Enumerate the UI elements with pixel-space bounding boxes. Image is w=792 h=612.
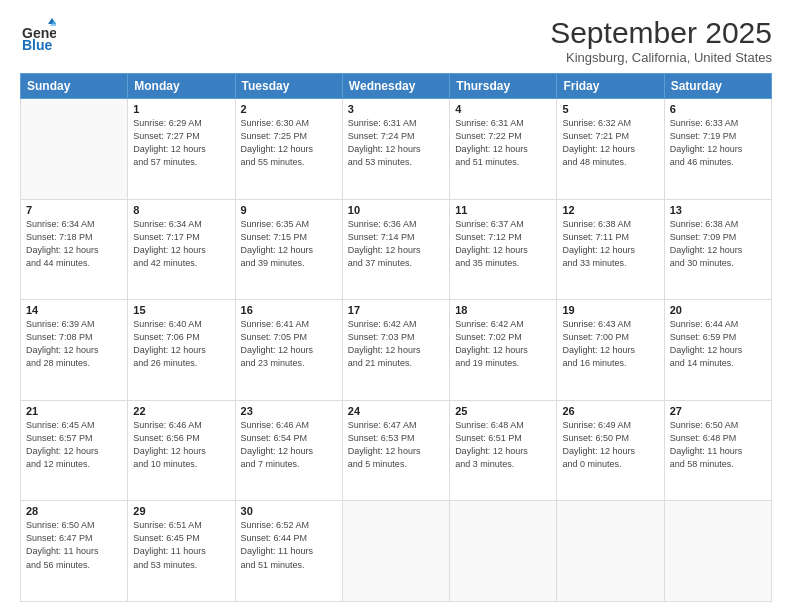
header: General Blue September 2025 Kingsburg, C… [20, 16, 772, 65]
col-tuesday: Tuesday [235, 74, 342, 99]
calendar-cell-w3-d3: 16Sunrise: 6:41 AM Sunset: 7:05 PM Dayli… [235, 300, 342, 401]
calendar-header-row: Sunday Monday Tuesday Wednesday Thursday… [21, 74, 772, 99]
calendar-cell-w1-d1 [21, 99, 128, 200]
week-row-3: 14Sunrise: 6:39 AM Sunset: 7:08 PM Dayli… [21, 300, 772, 401]
calendar-cell-w4-d4: 24Sunrise: 6:47 AM Sunset: 6:53 PM Dayli… [342, 400, 449, 501]
day-info: Sunrise: 6:49 AM Sunset: 6:50 PM Dayligh… [562, 419, 658, 471]
day-number: 22 [133, 405, 229, 417]
day-number: 21 [26, 405, 122, 417]
day-number: 9 [241, 204, 337, 216]
week-row-5: 28Sunrise: 6:50 AM Sunset: 6:47 PM Dayli… [21, 501, 772, 602]
col-saturday: Saturday [664, 74, 771, 99]
calendar-cell-w2-d4: 10Sunrise: 6:36 AM Sunset: 7:14 PM Dayli… [342, 199, 449, 300]
day-number: 27 [670, 405, 766, 417]
calendar-cell-w5-d6 [557, 501, 664, 602]
calendar-cell-w4-d1: 21Sunrise: 6:45 AM Sunset: 6:57 PM Dayli… [21, 400, 128, 501]
day-number: 23 [241, 405, 337, 417]
week-row-1: 1Sunrise: 6:29 AM Sunset: 7:27 PM Daylig… [21, 99, 772, 200]
calendar-cell-w5-d5 [450, 501, 557, 602]
day-number: 15 [133, 304, 229, 316]
calendar-cell-w1-d5: 4Sunrise: 6:31 AM Sunset: 7:22 PM Daylig… [450, 99, 557, 200]
day-info: Sunrise: 6:39 AM Sunset: 7:08 PM Dayligh… [26, 318, 122, 370]
day-info: Sunrise: 6:46 AM Sunset: 6:54 PM Dayligh… [241, 419, 337, 471]
day-number: 5 [562, 103, 658, 115]
calendar-cell-w2-d3: 9Sunrise: 6:35 AM Sunset: 7:15 PM Daylig… [235, 199, 342, 300]
calendar-cell-w4-d6: 26Sunrise: 6:49 AM Sunset: 6:50 PM Dayli… [557, 400, 664, 501]
day-number: 28 [26, 505, 122, 517]
day-info: Sunrise: 6:52 AM Sunset: 6:44 PM Dayligh… [241, 519, 337, 571]
logo: General Blue [20, 16, 56, 52]
day-number: 29 [133, 505, 229, 517]
day-info: Sunrise: 6:34 AM Sunset: 7:18 PM Dayligh… [26, 218, 122, 270]
calendar-cell-w3-d5: 18Sunrise: 6:42 AM Sunset: 7:02 PM Dayli… [450, 300, 557, 401]
calendar-cell-w4-d2: 22Sunrise: 6:46 AM Sunset: 6:56 PM Dayli… [128, 400, 235, 501]
day-number: 6 [670, 103, 766, 115]
day-number: 2 [241, 103, 337, 115]
calendar-cell-w4-d7: 27Sunrise: 6:50 AM Sunset: 6:48 PM Dayli… [664, 400, 771, 501]
month-title: September 2025 [550, 16, 772, 50]
day-info: Sunrise: 6:34 AM Sunset: 7:17 PM Dayligh… [133, 218, 229, 270]
calendar-cell-w2-d1: 7Sunrise: 6:34 AM Sunset: 7:18 PM Daylig… [21, 199, 128, 300]
day-number: 25 [455, 405, 551, 417]
day-info: Sunrise: 6:41 AM Sunset: 7:05 PM Dayligh… [241, 318, 337, 370]
title-block: September 2025 Kingsburg, California, Un… [550, 16, 772, 65]
day-number: 14 [26, 304, 122, 316]
calendar-table: Sunday Monday Tuesday Wednesday Thursday… [20, 73, 772, 602]
calendar-cell-w2-d2: 8Sunrise: 6:34 AM Sunset: 7:17 PM Daylig… [128, 199, 235, 300]
day-number: 17 [348, 304, 444, 316]
svg-text:Blue: Blue [22, 37, 53, 52]
day-info: Sunrise: 6:35 AM Sunset: 7:15 PM Dayligh… [241, 218, 337, 270]
day-info: Sunrise: 6:44 AM Sunset: 6:59 PM Dayligh… [670, 318, 766, 370]
day-info: Sunrise: 6:32 AM Sunset: 7:21 PM Dayligh… [562, 117, 658, 169]
col-thursday: Thursday [450, 74, 557, 99]
col-sunday: Sunday [21, 74, 128, 99]
day-info: Sunrise: 6:29 AM Sunset: 7:27 PM Dayligh… [133, 117, 229, 169]
calendar-cell-w2-d7: 13Sunrise: 6:38 AM Sunset: 7:09 PM Dayli… [664, 199, 771, 300]
day-info: Sunrise: 6:45 AM Sunset: 6:57 PM Dayligh… [26, 419, 122, 471]
location: Kingsburg, California, United States [550, 50, 772, 65]
day-number: 18 [455, 304, 551, 316]
day-info: Sunrise: 6:40 AM Sunset: 7:06 PM Dayligh… [133, 318, 229, 370]
day-info: Sunrise: 6:38 AM Sunset: 7:09 PM Dayligh… [670, 218, 766, 270]
day-info: Sunrise: 6:50 AM Sunset: 6:48 PM Dayligh… [670, 419, 766, 471]
calendar-cell-w5-d7 [664, 501, 771, 602]
day-info: Sunrise: 6:47 AM Sunset: 6:53 PM Dayligh… [348, 419, 444, 471]
day-info: Sunrise: 6:42 AM Sunset: 7:02 PM Dayligh… [455, 318, 551, 370]
day-number: 13 [670, 204, 766, 216]
day-info: Sunrise: 6:51 AM Sunset: 6:45 PM Dayligh… [133, 519, 229, 571]
col-friday: Friday [557, 74, 664, 99]
day-info: Sunrise: 6:50 AM Sunset: 6:47 PM Dayligh… [26, 519, 122, 571]
day-number: 24 [348, 405, 444, 417]
day-number: 26 [562, 405, 658, 417]
calendar-cell-w1-d2: 1Sunrise: 6:29 AM Sunset: 7:27 PM Daylig… [128, 99, 235, 200]
calendar-cell-w3-d1: 14Sunrise: 6:39 AM Sunset: 7:08 PM Dayli… [21, 300, 128, 401]
day-number: 20 [670, 304, 766, 316]
calendar-cell-w3-d4: 17Sunrise: 6:42 AM Sunset: 7:03 PM Dayli… [342, 300, 449, 401]
day-info: Sunrise: 6:48 AM Sunset: 6:51 PM Dayligh… [455, 419, 551, 471]
col-monday: Monday [128, 74, 235, 99]
logo-icon: General Blue [20, 16, 56, 52]
calendar-cell-w4-d3: 23Sunrise: 6:46 AM Sunset: 6:54 PM Dayli… [235, 400, 342, 501]
day-number: 10 [348, 204, 444, 216]
calendar-cell-w2-d6: 12Sunrise: 6:38 AM Sunset: 7:11 PM Dayli… [557, 199, 664, 300]
calendar-cell-w5-d1: 28Sunrise: 6:50 AM Sunset: 6:47 PM Dayli… [21, 501, 128, 602]
calendar-cell-w2-d5: 11Sunrise: 6:37 AM Sunset: 7:12 PM Dayli… [450, 199, 557, 300]
day-number: 7 [26, 204, 122, 216]
day-number: 8 [133, 204, 229, 216]
day-info: Sunrise: 6:42 AM Sunset: 7:03 PM Dayligh… [348, 318, 444, 370]
calendar-cell-w5-d2: 29Sunrise: 6:51 AM Sunset: 6:45 PM Dayli… [128, 501, 235, 602]
day-number: 1 [133, 103, 229, 115]
calendar-cell-w1-d6: 5Sunrise: 6:32 AM Sunset: 7:21 PM Daylig… [557, 99, 664, 200]
week-row-4: 21Sunrise: 6:45 AM Sunset: 6:57 PM Dayli… [21, 400, 772, 501]
day-number: 19 [562, 304, 658, 316]
day-info: Sunrise: 6:31 AM Sunset: 7:22 PM Dayligh… [455, 117, 551, 169]
day-number: 12 [562, 204, 658, 216]
day-number: 30 [241, 505, 337, 517]
day-info: Sunrise: 6:43 AM Sunset: 7:00 PM Dayligh… [562, 318, 658, 370]
calendar-cell-w5-d4 [342, 501, 449, 602]
day-info: Sunrise: 6:30 AM Sunset: 7:25 PM Dayligh… [241, 117, 337, 169]
calendar-cell-w5-d3: 30Sunrise: 6:52 AM Sunset: 6:44 PM Dayli… [235, 501, 342, 602]
day-info: Sunrise: 6:31 AM Sunset: 7:24 PM Dayligh… [348, 117, 444, 169]
calendar-cell-w1-d7: 6Sunrise: 6:33 AM Sunset: 7:19 PM Daylig… [664, 99, 771, 200]
day-info: Sunrise: 6:38 AM Sunset: 7:11 PM Dayligh… [562, 218, 658, 270]
